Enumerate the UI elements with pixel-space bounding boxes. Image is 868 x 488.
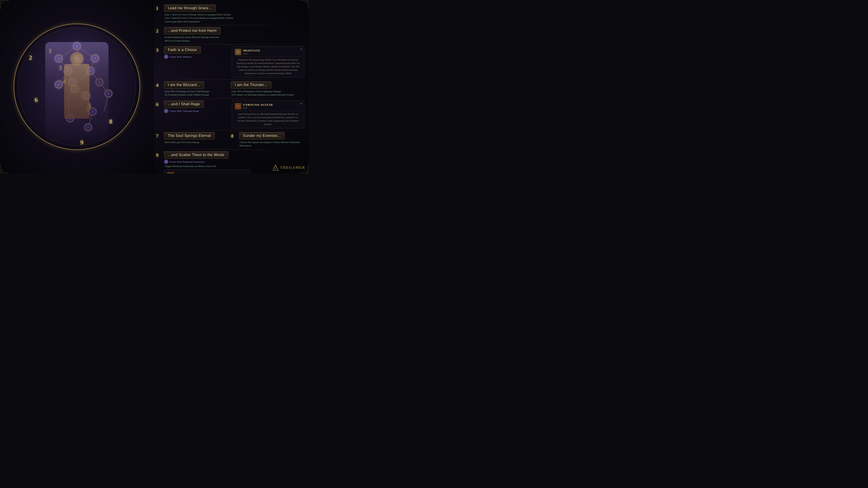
- tooltip-header-3: Meditate Spell: [235, 49, 301, 57]
- skill-main-3: Faith is a Choice Grants Skill: Meditate…: [164, 46, 304, 77]
- tooltip-title-area-3: Meditate Spell: [243, 49, 260, 55]
- svg-point-23: [274, 166, 277, 169]
- tooltip-body-3: Channels to Recharge Energy Shield. Can …: [235, 58, 301, 75]
- skill-row-5: I am the Thunder... Gain 10% of Damage a…: [231, 81, 304, 97]
- corner-deco-tl: [0, 0, 18, 18]
- skill-button-6[interactable]: ...and I Shall Rage: [164, 101, 204, 108]
- skill-row-8-wrap: 8 Sunder my Enemies... Critical Hits ign…: [231, 132, 304, 148]
- skill-row-1: 1 Lead me through Grace... Gain 1 Spirit…: [156, 4, 304, 23]
- skill-grant-label-9: Grants Skill: Elemental Expression: [169, 160, 205, 163]
- divider-2: [156, 44, 304, 44]
- skill-number-4: 4: [156, 82, 162, 88]
- svg-point-19: [305, 1, 308, 4]
- skill-desc-7: Meta Skills gain 35% more Energy: [164, 140, 229, 144]
- skill-number-6: 6: [156, 101, 162, 107]
- skill-grant-label-3: Grants Skill: Meditate: [169, 55, 192, 58]
- skill-desc-8: Critical Hits ignore non-negative Enemy …: [239, 140, 304, 148]
- tooltip-title-area-9: Elemental Expression Spell: [176, 173, 219, 173]
- skill-row-2: 2 ...and Protect me from Harm Evasion Ra…: [156, 27, 304, 42]
- skill-tooltip-9: Elemental Expression Spell Creates a fie…: [164, 170, 250, 173]
- skill-grant-label-6: Grants Skill: Unbound Avatar: [169, 109, 199, 112]
- skill-content-1: Lead me through Grace... Gain 1 Spirit f…: [164, 4, 304, 23]
- watermark-text: THEGAMER: [280, 166, 305, 170]
- skill-number-1: 1: [156, 5, 162, 11]
- skill-desc-2-line2: 40% less Evasion Rating: [164, 39, 304, 42]
- watermark-logo: [272, 164, 279, 171]
- svg-point-20: [1, 170, 4, 173]
- skill-left-6: ...and I Shall Rage Grants Skill: Unboun…: [164, 101, 230, 113]
- skill-row-6: 6 ...and I Shall Rage Grants Skill: Unbo…: [156, 101, 304, 128]
- skill-desc-7-line1: Meta Skills gain 35% more Energy: [164, 140, 229, 144]
- skill-desc-1-line2: Gain 1 Spirit for every 15 Evasion Ratin…: [164, 16, 304, 20]
- skill-button-9[interactable]: ...and Scatter Them to the Winds: [164, 151, 228, 159]
- skill-desc-1-line1: Gain 1 Spirit for every 6 Energy Shield …: [164, 13, 304, 16]
- skill-tooltip-6: ✕ Unbound Avatar Buff Gain Unbound Fury …: [232, 101, 304, 128]
- skill-row-78: 7 The Soul Springs Eternal Meta Skills g…: [156, 132, 304, 148]
- skill-grant-icon-3: [164, 55, 168, 59]
- skill-desc-1: Gain 1 Spirit for every 6 Energy Shield …: [164, 13, 304, 23]
- skill-content-7: The Soul Springs Eternal Meta Skills gai…: [164, 132, 229, 144]
- divider-4: [156, 98, 304, 99]
- skill-left-3: Faith is a Choice Grants Skill: Meditate: [164, 46, 230, 59]
- skill-desc-1-line3: Cannot gain Spirit from Equipment: [164, 20, 304, 23]
- tooltip-type-3: Spell: [243, 53, 260, 55]
- tooltip-close-6[interactable]: ✕: [300, 102, 303, 105]
- skill-number-7: 7: [156, 133, 162, 139]
- svg-marker-22: [273, 165, 278, 170]
- tooltip-icon-9: [167, 172, 174, 173]
- skill-number-2: 2: [156, 28, 162, 34]
- tooltip-icon-3: [235, 49, 241, 55]
- skill-content-4: I am the Blizzard... Gain 10% of Damage …: [164, 81, 229, 97]
- skill-content-8: Sunder my Enemies... Critical Hits ignor…: [239, 132, 304, 148]
- skill-number-9: 9: [156, 152, 162, 158]
- skill-button-2[interactable]: ...and Protect me from Harm: [164, 27, 220, 34]
- skill-grant-3: Grants Skill: Meditate: [164, 55, 230, 59]
- skill-row-4-inner: 4 I am the Blizzard... Gain 10% of Damag…: [156, 81, 229, 97]
- skill-row-4: 4 I am the Blizzard... Gain 10% of Damag…: [156, 81, 229, 97]
- tooltip-title-9: Elemental Expression: [176, 173, 219, 173]
- right-panel: 1 Lead me through Grace... Gain 1 Spirit…: [154, 0, 309, 173]
- skill-tooltip-3: ✕ Meditate Spell Channels to Recharge En…: [232, 46, 304, 77]
- tooltip-title-area-6: Unbound Avatar Buff: [243, 103, 273, 109]
- skill-desc-5: Gain 10% of Damage as Extra Lightning Da…: [231, 90, 304, 97]
- tooltip-icon-6: [235, 103, 241, 109]
- divider-3: [156, 79, 304, 79]
- tooltip-close-3[interactable]: ✕: [300, 47, 303, 51]
- divider-5: [156, 130, 304, 130]
- skill-desc-4-line1: Gain 10% of Damage as Extra Cold Damage: [164, 90, 229, 93]
- skill-row-7-wrap: 7 The Soul Springs Eternal Meta Skills g…: [156, 132, 229, 148]
- skill-desc-8-line1: Critical Hits ignore non-negative Enemy …: [240, 140, 304, 148]
- skill-button-3[interactable]: Faith is a Choice: [164, 46, 201, 54]
- skill-button-8[interactable]: Sunder my Enemies...: [239, 132, 285, 139]
- skill-grant-icon-6: [164, 109, 168, 113]
- divider-6: [156, 149, 304, 150]
- left-panel: 1 2 3 4 5 6 7 8 9: [0, 0, 154, 173]
- skill-row-3: 3 Faith is a Choice Grants Skill: Medita…: [156, 46, 304, 77]
- skill-content-6: ...and I Shall Rage Grants Skill: Unboun…: [164, 101, 304, 128]
- skill-desc-4-line2: On Freezing Enemies create Chilled Groun…: [164, 93, 229, 96]
- skill-content-3: Faith is a Choice Grants Skill: Meditate…: [164, 46, 304, 77]
- skill-row-7-inner: 7 The Soul Springs Eternal Meta Skills g…: [156, 132, 229, 144]
- skill-number-8: 8: [231, 133, 237, 139]
- skill-button-1[interactable]: Lead me through Grace...: [164, 4, 216, 12]
- tooltip-title-3: Meditate: [243, 49, 260, 53]
- skill-grant-icon-9: [164, 160, 168, 164]
- skill-content-2: ...and Protect me from Harm Evasion Rati…: [164, 27, 304, 42]
- tooltip-title-6: Unbound Avatar: [243, 103, 273, 107]
- skill-button-5[interactable]: I am the Thunder...: [231, 81, 271, 89]
- tooltip-type-6: Buff: [243, 107, 273, 109]
- svg-point-21: [305, 170, 308, 173]
- corner-deco-tr: [291, 0, 309, 18]
- skill-content-5: I am the Thunder... Gain 10% of Damage a…: [231, 81, 304, 97]
- character-figure: [45, 42, 108, 141]
- skill-desc-2-line1: Evasion Rating also grants Physical Dama…: [164, 35, 304, 39]
- skill-row-45: 4 I am the Blizzard... Gain 10% of Damag…: [156, 81, 304, 97]
- divider-1: [156, 25, 304, 25]
- skill-desc-4: Gain 10% of Damage as Extra Cold Damage …: [164, 90, 229, 97]
- skill-desc-2: Evasion Rating also grants Physical Dama…: [164, 35, 304, 42]
- corner-deco-bl: [0, 156, 18, 173]
- skill-button-7[interactable]: The Soul Springs Eternal: [164, 132, 215, 139]
- skill-row-8-inner: 8 Sunder my Enemies... Critical Hits ign…: [231, 132, 304, 148]
- skill-main-6: ...and I Shall Rage Grants Skill: Unboun…: [164, 101, 304, 128]
- skill-button-4[interactable]: I am the Blizzard...: [164, 81, 204, 89]
